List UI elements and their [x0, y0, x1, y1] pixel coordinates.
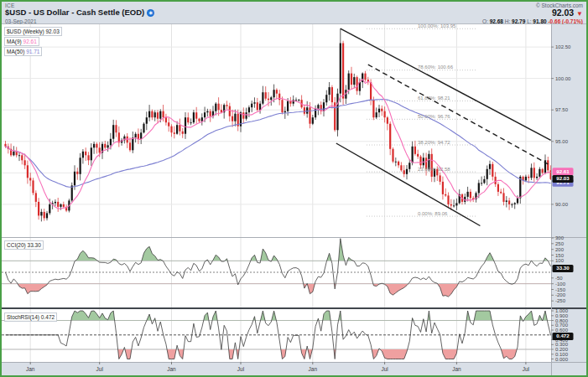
svg-text:150: 150 — [555, 253, 565, 258]
svg-text:61.80%: 98.21: 61.80%: 98.21 — [418, 96, 450, 101]
svg-text:100.00: 100.00 — [555, 76, 571, 81]
svg-text:95.00: 95.00 — [555, 139, 569, 144]
svg-text:-100: -100 — [555, 281, 566, 287]
svg-text:0.00%: 89.06: 0.00%: 89.06 — [418, 211, 448, 216]
svg-text:50.00%: 96.76: 50.00%: 96.76 — [418, 114, 450, 119]
svg-text:250: 250 — [555, 241, 565, 246]
svg-text:Jan: Jan — [452, 366, 461, 372]
svg-text:92.61: 92.61 — [556, 168, 570, 174]
chart-canvas-container: 100.00%: 103.9578.60%: 100.6661.80%: 98.… — [2, 24, 586, 375]
svg-text:-250: -250 — [555, 298, 566, 303]
svg-text:-200: -200 — [555, 292, 566, 297]
svg-text:200: 200 — [555, 247, 565, 252]
chart-header: ICE $USD - US Dollar - Cash Settle (EOD)… — [2, 2, 586, 24]
last-price: 92.03 ▼ — [552, 8, 583, 18]
svg-text:Jul: Jul — [381, 366, 388, 372]
svg-text:23.60%: 92.58: 23.60%: 92.58 — [418, 167, 450, 172]
price-change: -0.66 (-0.71%) — [548, 18, 583, 24]
legend-ma50: MA(50) 91.71 — [4, 47, 42, 56]
svg-text:0.000: 0.000 — [555, 357, 569, 362]
cci-panel-label: CCI(20) 33.30 — [4, 240, 44, 250]
svg-text:90.00: 90.00 — [555, 202, 569, 207]
chart-date: 03-Sep-2021 — [5, 18, 37, 24]
stochrsi-panel-label: StochRSI(14) 0.472 — [4, 312, 57, 322]
chart-title-row: $USD - US Dollar - Cash Settle (EOD) ✶ — [5, 8, 154, 17]
svg-text:-150: -150 — [555, 287, 566, 292]
svg-text:100.00%: 103.95: 100.00%: 103.95 — [418, 24, 456, 28]
legend-symbol: $USD (Weekly) 92.03 — [4, 27, 62, 36]
svg-text:100: 100 — [555, 258, 565, 263]
svg-text:102.50: 102.50 — [555, 44, 571, 49]
svg-text:0.600: 0.600 — [555, 328, 569, 333]
chart-canvas: 100.00%: 103.9578.60%: 100.6661.80%: 98.… — [2, 24, 586, 375]
svg-text:Jan: Jan — [167, 366, 176, 372]
chart-options-icon[interactable]: ✶ — [147, 9, 154, 17]
svg-text:33.30: 33.30 — [556, 265, 570, 271]
chart-legend: $USD (Weekly) 92.03 MA(9) 92.61 MA(50) 9… — [4, 27, 62, 57]
svg-text:Jan: Jan — [309, 366, 318, 372]
ohlc-readout: O: 92.68 H: 92.79 L: 91.80 -0.66 (-0.71%… — [482, 18, 583, 24]
svg-text:Jan: Jan — [26, 366, 35, 372]
svg-text:78.60%: 100.66: 78.60%: 100.66 — [418, 65, 454, 70]
svg-text:92.03: 92.03 — [556, 175, 570, 181]
svg-text:-50: -50 — [555, 276, 563, 281]
price-down-icon: ▼ — [576, 10, 583, 18]
svg-text:Jul: Jul — [96, 366, 104, 372]
svg-text:97.50: 97.50 — [555, 107, 569, 112]
page-title: $USD - US Dollar - Cash Settle (EOD) — [5, 8, 144, 17]
legend-ma9: MA(9) 92.61 — [4, 37, 39, 46]
svg-text:Jul: Jul — [523, 366, 530, 372]
svg-text:300: 300 — [555, 235, 565, 240]
svg-text:0.472: 0.472 — [556, 333, 570, 338]
svg-text:Jul: Jul — [237, 366, 245, 372]
svg-text:38.20%: 94.72: 38.20%: 94.72 — [418, 140, 450, 145]
stockcharts-chart-window: ICE $USD - US Dollar - Cash Settle (EOD)… — [0, 0, 588, 377]
